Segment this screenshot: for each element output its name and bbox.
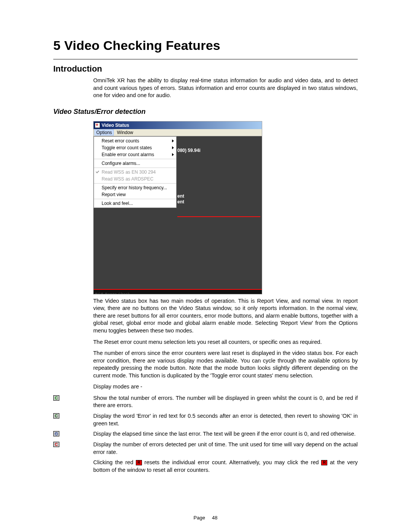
window-icon	[95, 123, 100, 128]
mode-ok-desc: Display the word 'Error' in red text for…	[93, 412, 358, 427]
count-icon: C	[53, 395, 59, 401]
menu-wss-en300294: Read WSS as EN 300 294	[94, 169, 176, 176]
menu-enable-alarms[interactable]: Enable error count alarms	[94, 151, 176, 158]
menu-options[interactable]: Options	[94, 129, 114, 136]
paragraph-modes: The Video status box has two main modes …	[93, 297, 358, 335]
paragraph-counter: The number of errors since the error cou…	[93, 350, 358, 379]
video-status-screenshot: Video Status Options Window Reset error …	[93, 121, 262, 294]
reset-text-b: resets the individual error count. Alter…	[145, 459, 322, 465]
page-footer: Page 48	[0, 515, 411, 521]
intro-block: OmniTek XR has the ability to display re…	[93, 77, 358, 99]
menu-specify-history-freq[interactable]: Specify error history frequency...	[94, 184, 176, 191]
intro-paragraph: OmniTek XR has the ability to display re…	[93, 77, 358, 99]
menu-reset-error-counts[interactable]: Reset error counts	[94, 137, 176, 144]
window-title: Video Status	[102, 123, 129, 128]
options-dropdown: Reset error counts Toggle error count st…	[94, 136, 177, 208]
clock-icon: ⏲	[53, 431, 59, 436]
overlay-ent-2: ent	[177, 199, 184, 204]
mode-time-row: ⏲ Display the elapsed time since the las…	[53, 430, 358, 438]
ok-icon: C	[53, 413, 59, 419]
subsection-heading: Video Status/Error detection	[53, 108, 358, 116]
menu-window[interactable]: Window	[117, 130, 133, 135]
mode-rate-row: C Display the number of errors detected …	[53, 441, 358, 456]
reset-text-a: Clicking the red	[93, 459, 136, 465]
reset-paragraph-block: Clicking the red R resets the individual…	[93, 459, 358, 474]
overlay-redline	[177, 216, 260, 217]
page-label: Page	[194, 515, 205, 521]
mode-ok-row: C Display the word 'Error' in red text f…	[53, 412, 358, 427]
reset-all-icon[interactable]: R	[321, 460, 327, 465]
window-body: Reset error counts Toggle error count st…	[94, 136, 262, 294]
menu-toggle-error-states[interactable]: Toggle error count states	[94, 144, 176, 151]
title-rule	[53, 59, 358, 59]
overlay-rate: 080) 59.94i	[177, 148, 201, 153]
paragraph-reset: The Reset error count menu selection let…	[93, 339, 358, 346]
menu-wss-ardspec: Read WSS as ARDSPEC	[94, 176, 176, 182]
mode-count-row: C Show the total number of errors. The n…	[53, 395, 358, 409]
menu-report-view[interactable]: Report view	[94, 191, 176, 198]
menu-bar[interactable]: Options Window	[94, 129, 262, 136]
chapter-title: 5 Video Checking Features	[53, 38, 358, 53]
overlay-ent-1: ent	[177, 193, 184, 199]
bottom-strip-label: RGB Range Check	[94, 292, 130, 294]
section-heading: Introduction	[53, 64, 358, 74]
reset-single-icon[interactable]: R	[136, 460, 142, 465]
reset-paragraph: Clicking the red R resets the individual…	[93, 459, 358, 474]
menu-configure-alarms[interactable]: Configure alarms...	[94, 160, 176, 167]
page: 5 Video Checking Features Introduction O…	[0, 0, 411, 532]
bottom-strip: RGB Range Check	[94, 289, 262, 294]
mode-time-desc: Display the elapsed time since the last …	[93, 430, 358, 438]
menu-look-and-feel[interactable]: Look and feel...	[94, 200, 176, 207]
rate-icon: C	[53, 442, 59, 447]
window-titlebar[interactable]: Video Status	[94, 121, 262, 129]
mode-count-desc: Show the total number of errors. The num…	[93, 395, 358, 409]
main-column: Video Status Options Window Reset error …	[93, 121, 358, 391]
mode-rate-desc: Display the number of errors detected pe…	[93, 441, 358, 456]
page-number: 48	[212, 515, 217, 521]
paragraph-display-intro: Display modes are -	[93, 383, 358, 391]
